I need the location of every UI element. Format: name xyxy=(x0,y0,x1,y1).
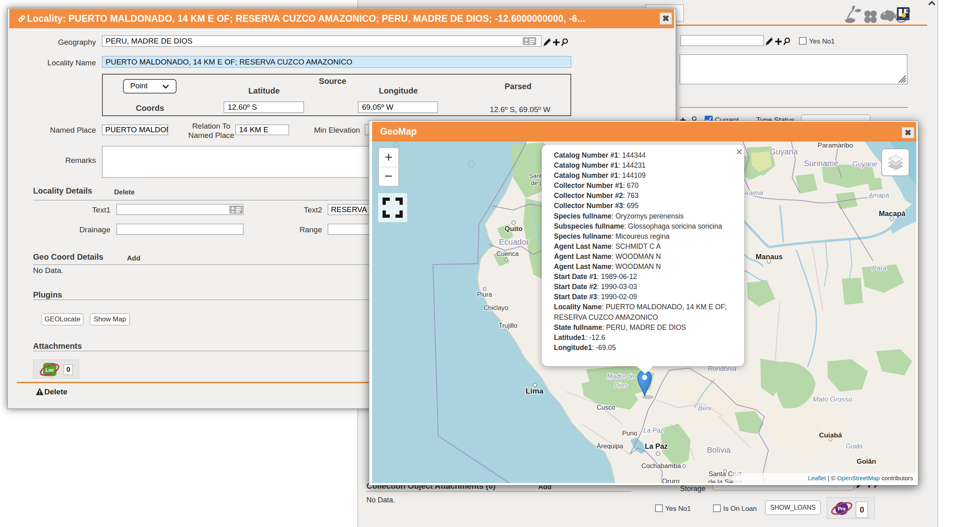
svg-text:Quito: Quito xyxy=(505,225,522,233)
svg-text:Ecuador: Ecuador xyxy=(499,237,529,246)
svg-text:Chiclayo: Chiclayo xyxy=(483,304,508,311)
svg-text:La Paz: La Paz xyxy=(645,442,668,450)
svg-text:Goiân: Goiân xyxy=(857,458,876,465)
svg-text:Mato Grosso: Mato Grosso xyxy=(813,396,852,403)
svg-text:Bolivia: Bolivia xyxy=(707,446,731,454)
svg-text:de (: de ( xyxy=(531,179,541,186)
svg-text:Goiás: Goiás xyxy=(846,443,863,450)
svg-text:Oruro: Oruro xyxy=(662,477,679,483)
svg-text:Dios: Dios xyxy=(614,382,627,389)
svg-text:Guyana: Guyana xyxy=(770,147,798,156)
svg-text:Suriname: Suriname xyxy=(804,159,839,168)
svg-text:Lima: Lima xyxy=(526,387,544,395)
svg-text:Arequipa: Arequipa xyxy=(597,442,624,450)
svg-text:Beni: Beni xyxy=(698,404,712,412)
svg-text:Cusco: Cusco xyxy=(597,404,615,411)
svg-text:Macapá: Macapá xyxy=(879,210,906,218)
svg-text:Cuiabá: Cuiabá xyxy=(819,431,842,439)
svg-text:Puno: Puno xyxy=(622,430,637,437)
svg-text:Amapá: Amapá xyxy=(868,192,889,199)
svg-text:Cochabamba: Cochabamba xyxy=(641,462,681,469)
svg-text:Trujillo: Trujillo xyxy=(499,322,518,329)
svg-text:Paramaribo: Paramaribo xyxy=(818,142,853,149)
svg-text:Madre de: Madre de xyxy=(607,373,635,380)
svg-text:M: M xyxy=(906,8,910,13)
svg-text:La Paz: La Paz xyxy=(643,427,664,434)
svg-text:Cuenca: Cuenca xyxy=(496,250,518,257)
svg-text:Piura: Piura xyxy=(477,291,492,298)
svg-text:Sant: Sant xyxy=(529,172,542,179)
svg-text:Pre: Pre xyxy=(838,506,846,512)
svg-text:Pará: Pará xyxy=(872,265,886,272)
svg-text:Guyane: Guyane xyxy=(852,160,877,168)
svg-text:raima: raima xyxy=(747,190,763,196)
svg-text:Manaus: Manaus xyxy=(755,253,782,261)
